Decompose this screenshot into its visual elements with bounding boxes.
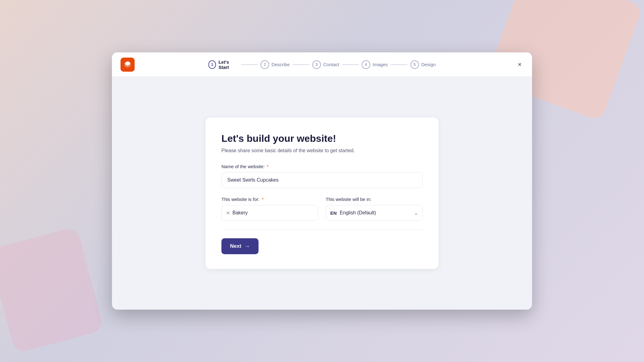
logo-icon bbox=[123, 60, 132, 69]
step-5[interactable]: 5 Design bbox=[410, 60, 436, 69]
website-for-label: This website is for: * bbox=[221, 197, 318, 202]
divider bbox=[221, 229, 423, 230]
step-4-circle: 4 bbox=[362, 60, 370, 69]
website-for-value: Bakery bbox=[232, 210, 248, 216]
website-for-input[interactable]: ✕ Bakery bbox=[221, 205, 318, 221]
step-1-circle: 1 bbox=[208, 60, 216, 69]
chevron-down-icon: ⌄ bbox=[414, 210, 418, 216]
required-star-for: * bbox=[260, 197, 263, 202]
website-in-label: This website will be in: bbox=[326, 197, 423, 202]
card-subtitle: Please share some basic details of the w… bbox=[221, 148, 423, 153]
step-1[interactable]: 1 Let's Start bbox=[208, 59, 238, 70]
step-line-4 bbox=[391, 64, 407, 65]
website-name-group: Name of the website: * bbox=[221, 164, 423, 188]
card: Let's build your website! Please share s… bbox=[205, 118, 439, 269]
card-title: Let's build your website! bbox=[221, 133, 423, 144]
step-line-3 bbox=[342, 64, 358, 65]
lang-code: EN bbox=[330, 210, 337, 216]
header: 1 Let's Start 2 Describe 3 Contact 4 Ima… bbox=[112, 52, 532, 77]
step-2[interactable]: 2 Describe bbox=[261, 60, 290, 69]
step-5-label: Design bbox=[421, 62, 436, 67]
website-name-input[interactable] bbox=[221, 172, 423, 188]
step-2-circle: 2 bbox=[261, 60, 269, 69]
app-window: 1 Let's Start 2 Describe 3 Contact 4 Ima… bbox=[112, 52, 532, 310]
next-button[interactable]: Next → bbox=[221, 238, 259, 254]
step-5-circle: 5 bbox=[410, 60, 419, 69]
lang-name: English (Default) bbox=[340, 210, 411, 216]
website-language-col: This website will be in: EN English (Def… bbox=[326, 197, 423, 221]
step-3-circle: 3 bbox=[312, 60, 321, 69]
step-4-label: Images bbox=[373, 62, 388, 67]
arrow-right-icon: → bbox=[244, 243, 250, 250]
step-3-label: Contact bbox=[323, 62, 339, 67]
tag-remove-icon[interactable]: ✕ bbox=[226, 210, 230, 216]
close-button[interactable]: × bbox=[516, 59, 523, 70]
language-select[interactable]: EN English (Default) ⌄ bbox=[326, 205, 423, 221]
step-3[interactable]: 3 Contact bbox=[312, 60, 339, 69]
step-4[interactable]: 4 Images bbox=[362, 60, 388, 69]
next-button-label: Next bbox=[230, 243, 241, 249]
step-2-label: Describe bbox=[272, 62, 290, 67]
form-row: This website is for: * ✕ Bakery This web… bbox=[221, 197, 423, 221]
step-line-2 bbox=[293, 64, 309, 65]
step-1-label: Let's Start bbox=[218, 59, 238, 70]
website-for-col: This website is for: * ✕ Bakery bbox=[221, 197, 318, 221]
website-name-label: Name of the website: * bbox=[221, 164, 423, 169]
main-content: Let's build your website! Please share s… bbox=[112, 77, 532, 310]
step-line-1 bbox=[241, 64, 257, 65]
logo bbox=[121, 58, 135, 72]
required-star-name: * bbox=[266, 164, 269, 169]
stepper: 1 Let's Start 2 Describe 3 Contact 4 Ima… bbox=[208, 59, 435, 70]
